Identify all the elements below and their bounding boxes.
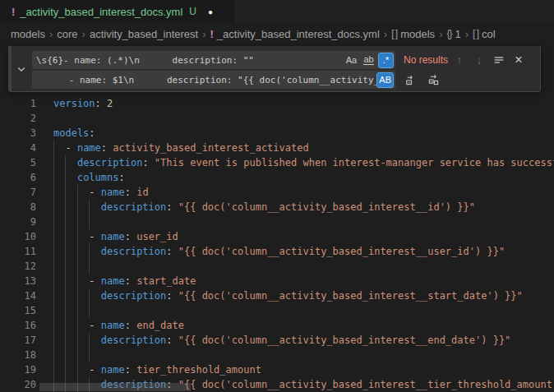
code-lines: 1 version: 2 2 3 models: 4 - name: activ… bbox=[0, 96, 554, 392]
code-line[interactable]: 5 description: "This event is published … bbox=[0, 155, 554, 170]
line-content: columns: bbox=[53, 170, 554, 185]
breadcrumb-label: activity_based_interest bbox=[90, 28, 198, 40]
close-icon: × bbox=[515, 53, 522, 67]
close-find-button[interactable]: × bbox=[510, 52, 527, 68]
whole-word-button[interactable]: ab bbox=[361, 53, 376, 68]
line-number: 14 bbox=[0, 288, 36, 303]
code-line[interactable]: 13 - name: start_date bbox=[0, 274, 554, 288]
line-content: description: "This event is published wh… bbox=[53, 155, 554, 170]
replace-all-button[interactable] bbox=[425, 71, 441, 88]
line-number: 13 bbox=[0, 274, 36, 288]
line-content: description: "{{ doc('column__activity_b… bbox=[53, 288, 554, 303]
find-widget-resize-sash[interactable] bbox=[9, 46, 12, 91]
line-content: - name: tier_threshold_amount bbox=[53, 362, 554, 377]
git-untracked-badge: U bbox=[189, 6, 196, 17]
line-content: - name: id bbox=[53, 185, 554, 200]
chevron-down-icon bbox=[16, 64, 26, 74]
line-content: - name: activity_based_interest_activate… bbox=[53, 141, 554, 155]
line-number: 17 bbox=[0, 333, 36, 348]
breadcrumb-item[interactable]: activity_based_interest bbox=[90, 28, 198, 40]
breadcrumb-label: _activity_based_interest_docs.yml bbox=[217, 28, 380, 40]
breadcrumb-separator-icon: › bbox=[202, 28, 205, 40]
line-number: 1 bbox=[0, 96, 36, 111]
code-line[interactable]: 1 version: 2 bbox=[0, 96, 554, 111]
find-input[interactable]: \s{6}- name: (.*)\n description: "" Aa a… bbox=[32, 51, 395, 69]
line-number: 9 bbox=[0, 214, 36, 229]
match-case-button[interactable]: Aa bbox=[344, 53, 359, 68]
breadcrumb-item[interactable]: core bbox=[57, 28, 77, 40]
code-line[interactable]: 15 bbox=[0, 303, 554, 318]
breadcrumb-item[interactable]: [ ] models bbox=[391, 28, 435, 40]
line-content: description: "{{ doc('column__activity_b… bbox=[53, 200, 554, 214]
code-line[interactable]: 18 bbox=[0, 348, 554, 362]
line-number: 7 bbox=[0, 185, 36, 200]
replace-icon bbox=[404, 74, 417, 86]
find-in-selection-icon bbox=[493, 54, 505, 66]
breadcrumb-separator-icon: › bbox=[384, 28, 387, 40]
line-number: 3 bbox=[0, 126, 36, 141]
code-line[interactable]: 14 description: "{{ doc('column__activit… bbox=[0, 288, 554, 303]
unsaved-dot-icon[interactable]: ● bbox=[208, 7, 213, 16]
breadcrumb-item[interactable]: ! _activity_based_interest_docs.yml bbox=[210, 28, 380, 40]
breadcrumb: models › core › activity_based_interest … bbox=[0, 23, 554, 44]
yaml-file-icon: ! bbox=[12, 6, 15, 18]
find-replace-widget: \s{6}- name: (.*)\n description: "" Aa a… bbox=[8, 46, 541, 92]
line-number: 19 bbox=[0, 362, 36, 377]
line-content: description: "{{ doc('column__activity_b… bbox=[53, 333, 554, 348]
use-regex-button[interactable]: .* bbox=[378, 53, 394, 68]
line-number: 5 bbox=[0, 155, 36, 170]
arrow-up-icon: ↑ bbox=[457, 53, 463, 67]
code-line[interactable]: 7 - name: id bbox=[0, 185, 554, 200]
code-line[interactable]: 4 - name: activity_based_interest_activa… bbox=[0, 141, 554, 155]
breadcrumb-item[interactable]: [ ] col bbox=[473, 28, 496, 40]
code-line[interactable]: 16 - name: end_date bbox=[0, 318, 554, 333]
code-line[interactable]: 11 description: "{{ doc('column__activit… bbox=[0, 244, 554, 259]
code-line[interactable]: 19 - name: tier_threshold_amount bbox=[0, 362, 554, 377]
find-results-count: No results bbox=[404, 54, 448, 66]
line-number: 2 bbox=[0, 111, 36, 126]
line-content bbox=[53, 214, 554, 229]
breadcrumb-label: 1 bbox=[455, 28, 460, 40]
symbol-array-icon: [ ] bbox=[473, 28, 478, 39]
breadcrumb-label: models bbox=[11, 28, 45, 40]
line-content: description: "{{ doc('column__activity_b… bbox=[53, 244, 554, 259]
code-line[interactable]: 6 columns: bbox=[0, 170, 554, 185]
code-line[interactable]: 17 description: "{{ doc('column__activit… bbox=[0, 333, 554, 348]
line-number: 16 bbox=[0, 318, 36, 333]
code-line[interactable]: 12 bbox=[0, 259, 554, 274]
yaml-warning-icon: ! bbox=[210, 28, 214, 40]
line-content: models: bbox=[53, 126, 554, 141]
breadcrumb-label: col bbox=[482, 28, 496, 40]
vscode-window: ! _activity_based_interest_docs.yml U ● … bbox=[0, 0, 554, 392]
breadcrumb-item[interactable]: {} 1 bbox=[446, 28, 460, 40]
preserve-case-button[interactable]: AB bbox=[376, 72, 394, 88]
line-number: 4 bbox=[0, 141, 36, 155]
code-line[interactable]: 8 description: "{{ doc('column__activity… bbox=[0, 200, 554, 214]
breadcrumb-separator-icon: › bbox=[439, 28, 442, 40]
code-line[interactable]: 3 models: bbox=[0, 126, 554, 141]
next-match-button[interactable]: ↓ bbox=[471, 52, 487, 68]
line-number: 18 bbox=[0, 348, 36, 362]
horizontal-scrollbar-thumb[interactable] bbox=[39, 383, 191, 391]
line-content: - name: end_date bbox=[53, 318, 554, 333]
replace-button[interactable] bbox=[402, 71, 418, 88]
line-content bbox=[53, 303, 554, 318]
previous-match-button[interactable]: ↑ bbox=[451, 52, 468, 68]
code-line[interactable]: 2 bbox=[0, 111, 554, 126]
replace-input[interactable]: - name: $1\n description: "{{ doc('colum… bbox=[32, 71, 395, 89]
line-content bbox=[53, 259, 554, 274]
code-line[interactable]: 9 bbox=[0, 214, 554, 229]
breadcrumb-item[interactable]: models bbox=[11, 28, 45, 40]
toggle-replace-button[interactable] bbox=[14, 62, 29, 76]
symbol-array-icon: [ ] bbox=[391, 28, 397, 39]
line-content bbox=[53, 348, 554, 362]
breadcrumb-separator-icon: › bbox=[49, 28, 53, 40]
code-line[interactable]: 10 - name: user_id bbox=[0, 229, 554, 244]
line-number: 8 bbox=[0, 200, 36, 214]
editor-tab[interactable]: ! _activity_based_interest_docs.yml U ● bbox=[0, 0, 234, 23]
breadcrumb-separator-icon: › bbox=[465, 28, 469, 40]
find-in-selection-button[interactable] bbox=[491, 52, 507, 68]
line-content: - name: user_id bbox=[53, 229, 554, 244]
line-number: 12 bbox=[0, 259, 36, 274]
breadcrumb-label: models bbox=[400, 28, 435, 40]
